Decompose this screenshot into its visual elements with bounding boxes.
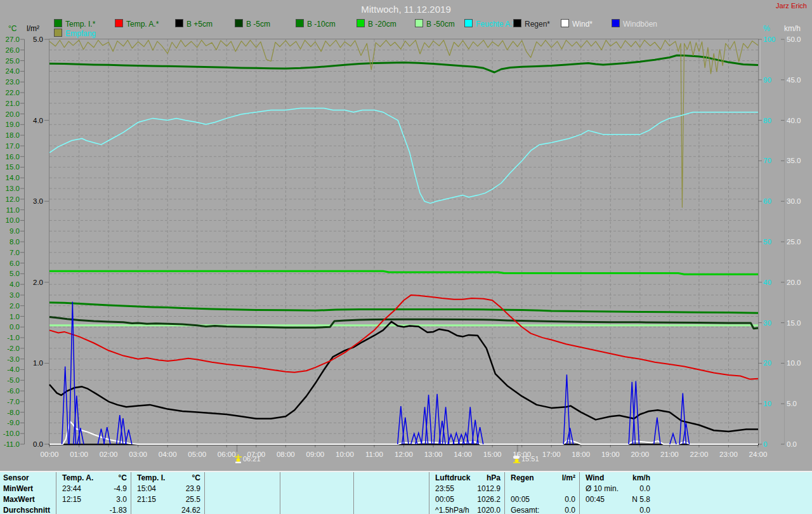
sunset-time: 15:51 [521,455,539,463]
hour-label: 17:00 [542,451,561,458]
stats-cell: 23:551012.9 [429,484,505,494]
axis-tick-label: -10.0 [3,430,20,437]
stats-cell-left: 23:55 [435,484,454,494]
sunset-icon [513,454,521,463]
axis-tick-label: 0 [763,440,767,448]
stats-cell-right: °C [192,473,200,483]
axis-tick-label: 14.0 [6,174,20,181]
stats-cell-left: Gesamt: [511,505,539,514]
stats-cell: Temp. I.°C [131,473,205,484]
axis-tick-label: 100 [763,36,775,43]
axis-tick-label: 15.0 [787,319,801,327]
stats-cell-right: 1012.9 [477,484,501,494]
stats-cell: -1.83 [56,505,131,514]
axis-tick-label: 30.0 [787,197,801,205]
hour-label: 01:00 [70,451,88,458]
stats-cell-left: Temp. I. [137,473,165,483]
axis-tick-label: -5.0 [7,376,20,384]
hour-label: 05:00 [188,451,206,458]
stats-cell-left: Wind [586,473,604,483]
axis-tick-label: 19.0 [6,121,20,128]
stats-cell-right: °C [119,473,127,483]
stats-cell: Gesamt:0.0 [505,505,580,514]
axis-tick-label: 40 [763,279,771,286]
hour-label: 14:00 [454,451,472,458]
axis-tick-label: 50 [763,238,771,246]
stats-column-wind: Windkm/hØ 10 min.0.000:45N 5.80.0 [579,472,655,514]
axis-tick-label: 40.0 [787,117,801,124]
axis-tick-label: 5.0 [33,36,43,43]
axis-tick-label: 50.0 [787,36,801,43]
stats-cell-left: Temp. A. [62,473,93,483]
stats-cell-right: hPa [487,473,501,483]
axis-tick-label: 12.0 [6,195,20,203]
axis-tick-label: 16.0 [6,153,20,161]
stats-cell-right: 23.9 [186,484,200,494]
axis-tick-label: 20 [763,359,771,367]
axis-tick-label: 10.0 [787,359,801,367]
axis-tick-label: -4.0 [7,366,20,373]
axis-tick-label: 4.0 [33,117,43,124]
stats-cell-right: km/h [632,473,650,483]
hour-label: 10:00 [336,451,354,458]
axis-tick-label: 1.0 [10,313,20,320]
axis-tick-label: -2.0 [7,345,20,352]
stats-column-empty [280,472,354,514]
axis-tick-label: 11.0 [6,206,20,214]
series-windboeen-spike [126,430,132,444]
axis-tick-label: 90 [763,76,771,84]
axis-tick-label: 20.0 [787,279,801,286]
stats-cell: Windkm/h [580,473,655,484]
stats-cell: 00:45N 5.8 [580,494,655,505]
axis-tick-label: -7.0 [7,398,20,405]
axis-tick-label: 10 [763,400,771,407]
axis-tick-label: -1.0 [7,334,20,341]
hour-label: 18:00 [572,451,590,458]
axis-tick-label: 35.0 [787,157,801,164]
axis-tick-label: -8.0 [7,409,20,416]
axis-tick-label: 0.0 [33,440,43,448]
axis-tick-label: 4.0 [10,280,20,288]
axis-tick-label: 5.0 [787,400,797,407]
series-windboeen-spike [654,418,660,444]
stats-cell-right: l/m² [562,473,575,483]
hour-label: 21:00 [660,451,679,458]
hour-label: 22:00 [690,451,709,458]
stats-column-empty [204,472,280,514]
hour-label: 09:00 [306,451,324,458]
stats-row-label: MaxWert [3,494,35,505]
stats-cell-right: 1026.2 [477,494,501,504]
axis-tick-label: 5.0 [10,270,20,277]
series-windboeen-spike [104,427,110,444]
axis-tick-label: 2.0 [10,302,20,310]
hour-label: 04:00 [159,451,177,458]
axis-tick-label: 27.0 [6,36,20,43]
axis-tick-label: -6.0 [7,387,20,395]
stats-cell-left: 21:15 [137,494,156,504]
stats-cell-right: -1.83 [110,505,127,514]
axis-tick-label: 60 [763,197,771,205]
hour-label: 03:00 [129,451,147,458]
stats-cell: ^1.5hPa/h1020.0 [429,505,505,514]
axis-tick-label: -9.0 [7,419,20,426]
stats-cell: 23:44-4.9 [56,484,131,494]
stats-column-luftdruck: LuftdruckhPa23:551012.900:051026.2^1.5hP… [429,472,505,514]
axis-tick-label: 13.0 [6,185,20,192]
stats-cell: 0.0 [580,505,655,514]
series-windboeen-spike [679,393,686,444]
sunrise-time: 06:21 [243,455,261,463]
axis-tick-label: 25.0 [6,57,20,65]
weather-station-window: Mittwoch, 11.12.2019 Jarz Erich °C l/m² … [0,0,812,514]
hour-label: 23:00 [719,451,738,458]
stats-cell-right: 0.0 [565,505,575,514]
stats-column-temp-i-: Temp. I.°C15:0423.921:1525.524.62 [131,472,205,514]
axis-tick-label: 0.0 [787,440,797,448]
axis-tick-label: 20.0 [6,110,20,118]
hour-label: 06:00 [218,451,236,458]
axis-tick-label: 15.0 [6,163,20,171]
series-windboeen-spike [670,433,676,444]
stats-cell-left: Luftdruck [435,473,470,483]
hour-label: 19:00 [601,451,620,458]
axis-tick-label: 80 [763,117,771,124]
stats-cell-right: N 5.8 [632,494,650,504]
